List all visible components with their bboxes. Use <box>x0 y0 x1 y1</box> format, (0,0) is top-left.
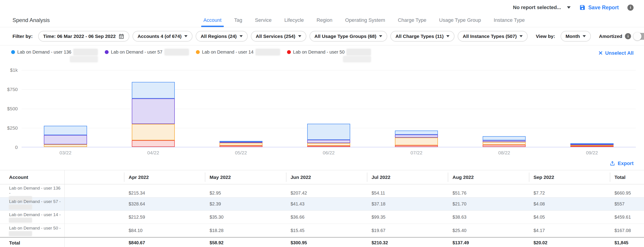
legend-line: Lab on Demand - user 136 <box>11 49 98 55</box>
bar-segment-lab-on-demand-user-57[interactable] <box>395 135 438 138</box>
legend-label: Lab on Demand - user 57 <box>111 49 162 55</box>
legend-item-lab-on-demand-user-14[interactable]: Lab on Demand - user 14 <box>196 49 280 55</box>
value-cell: $25.40 <box>448 228 529 233</box>
export-label: Export <box>618 161 634 166</box>
total-cell: $58.92 <box>205 240 286 246</box>
x-axis-tick-label: 05/22 <box>197 147 285 157</box>
page-title: Spend Analysis <box>0 17 50 23</box>
filter-dropdown-accounts-4-of-674[interactable]: Accounts 4 (of 674) <box>132 31 192 41</box>
redacted-text <box>70 56 98 62</box>
filter-dropdown-all-charge-types-11[interactable]: All Charge Types (11) <box>390 31 454 41</box>
tab-lifecycle[interactable]: Lifecycle <box>284 13 304 27</box>
view-by-dropdown[interactable]: Month <box>560 31 591 41</box>
bar-segment-lab-on-demand-user-57[interactable] <box>307 140 350 143</box>
table-row[interactable]: Lab on Demand - user 50 -$84.10$18.28$15… <box>0 224 644 237</box>
total-cell: $1,845 <box>610 240 644 246</box>
bar-segment-lab-on-demand-user-57[interactable] <box>132 99 175 124</box>
spend-table: Account Apr 2022 May 2022 Jun 2022 Jul 2… <box>0 170 644 247</box>
tab-operating-system[interactable]: Operating System <box>345 13 385 27</box>
stacked-bar[interactable] <box>132 82 175 147</box>
bar-segment-lab-on-demand-user-136[interactable] <box>44 126 87 135</box>
redacted-text <box>9 231 32 236</box>
bar-segment-lab-on-demand-user-14[interactable] <box>132 124 175 140</box>
table-row[interactable]: Lab on Demand - user 57 -$328.64$2.39$41… <box>0 198 644 211</box>
bar-segment-lab-on-demand-user-50[interactable] <box>570 146 613 147</box>
bar-segment-lab-on-demand-user-136[interactable] <box>483 136 526 140</box>
stacked-bar[interactable] <box>395 131 438 147</box>
tab-instance-type[interactable]: Instance Type <box>494 13 525 27</box>
time-filter-button[interactable]: Time: 06 Mar 2022 - 06 Sep 2022 <box>38 31 129 41</box>
bar-segment-lab-on-demand-user-136[interactable] <box>307 124 350 140</box>
bar-column-03-22 <box>22 70 109 147</box>
value-cell: $41.43 <box>286 201 367 207</box>
bar-column-07-22 <box>373 70 460 147</box>
export-row: Export <box>0 157 644 170</box>
y-axis-tick-label: $250 <box>0 125 18 131</box>
total-cell: $210.32 <box>367 240 448 246</box>
tab-bar: AccountTagServiceLifecycleRegionOperatin… <box>204 13 525 27</box>
bar-segment-lab-on-demand-user-50[interactable] <box>307 146 350 147</box>
amortized-info-icon[interactable]: i <box>625 33 631 39</box>
tab-account[interactable]: Account <box>204 13 222 27</box>
bar-segment-lab-on-demand-user-14[interactable] <box>220 143 262 146</box>
filter-dropdown-all-usage-type-groups-68[interactable]: All Usage Type Groups (68) <box>310 31 388 41</box>
report-selector-dropdown[interactable]: No report selected... <box>513 4 570 10</box>
bar-segment-lab-on-demand-user-50[interactable] <box>483 145 526 147</box>
filter-dropdown-all-services-254[interactable]: All Services (254) <box>251 31 306 41</box>
stacked-bar[interactable] <box>44 126 87 147</box>
filter-dropdown-all-instance-types-507[interactable]: All Instance Types (507) <box>458 31 528 41</box>
chevron-down-icon <box>184 35 188 37</box>
bar-segment-lab-on-demand-user-50[interactable] <box>220 146 262 147</box>
info-icon[interactable]: i <box>628 4 634 11</box>
bar-segment-lab-on-demand-user-14[interactable] <box>395 138 438 145</box>
tab-tag[interactable]: Tag <box>234 13 242 27</box>
bar-segment-lab-on-demand-user-50[interactable] <box>132 140 175 147</box>
legend-item-lab-on-demand-user-57[interactable]: Lab on Demand - user 57 <box>105 49 188 55</box>
chevron-down-icon <box>446 35 450 37</box>
table-row[interactable]: Lab on Demand - user 136 -$215.34$2.95$2… <box>0 184 644 198</box>
tab-charge-type[interactable]: Charge Type <box>398 13 426 27</box>
account-column-header: Account <box>0 170 64 184</box>
value-cell: $212.59 <box>124 215 205 220</box>
export-button[interactable]: Export <box>610 161 634 166</box>
amortized-toggle[interactable] <box>634 33 644 40</box>
legend-item-lab-on-demand-user-136[interactable]: Lab on Demand - user 136 <box>11 49 98 62</box>
bar-column-04-22 <box>109 70 197 147</box>
chevron-down-icon <box>567 6 570 9</box>
legend-item-lab-on-demand-user-50[interactable]: Lab on Demand - user 50 <box>287 49 371 62</box>
bar-segment-lab-on-demand-user-50[interactable] <box>395 145 438 147</box>
stacked-bar[interactable] <box>570 143 613 147</box>
filter-bar: Filter by: Time: 06 Mar 2022 - 06 Sep 20… <box>0 27 644 45</box>
stacked-bar[interactable] <box>220 141 262 147</box>
x-axis-tick-label: 08/22 <box>460 147 548 157</box>
bar-segment-lab-on-demand-user-136[interactable] <box>395 131 438 135</box>
tab-region[interactable]: Region <box>316 13 332 27</box>
redacted-text <box>347 49 371 55</box>
bar-segment-lab-on-demand-user-14[interactable] <box>483 142 526 145</box>
value-cell: $18.28 <box>205 228 286 233</box>
x-axis-tick-label: 06/22 <box>285 147 372 157</box>
tab-usage-type-group[interactable]: Usage Type Group <box>439 13 481 27</box>
unselect-all-button[interactable]: ✕ Unselect All <box>598 50 634 56</box>
bar-segment-lab-on-demand-user-14[interactable] <box>307 143 350 146</box>
redacted-text <box>9 218 32 223</box>
filter-dropdown-all-regions-24[interactable]: All Regions (24) <box>196 31 248 41</box>
bar-segment-lab-on-demand-user-136[interactable] <box>132 82 175 99</box>
calendar-icon <box>118 33 124 39</box>
legend-line: Lab on Demand - user 50 <box>287 49 371 55</box>
unselect-all-label: Unselect All <box>605 50 634 56</box>
table-row[interactable]: Lab on Demand - user 14 -$212.59$35.30$3… <box>0 211 644 224</box>
value-cell: $167.08 <box>610 228 644 233</box>
save-report-label: Save Report <box>588 4 619 11</box>
value-cell: $35.30 <box>205 215 286 220</box>
stacked-bar[interactable] <box>307 124 350 147</box>
bar-segment-lab-on-demand-user-57[interactable] <box>44 135 87 144</box>
chart-legend: Lab on Demand - user 136Lab on Demand - … <box>0 45 644 63</box>
save-report-button[interactable]: Save Report <box>579 4 619 11</box>
tab-service[interactable]: Service <box>255 13 272 27</box>
stacked-bar[interactable] <box>483 136 526 147</box>
bar-segment-lab-on-demand-user-14[interactable] <box>44 144 87 147</box>
filter-dropdown-label: All Services (254) <box>256 34 296 39</box>
bar-segment-lab-on-demand-user-57[interactable] <box>483 140 526 142</box>
account-name: Lab on Demand - user 50 - <box>9 226 62 231</box>
